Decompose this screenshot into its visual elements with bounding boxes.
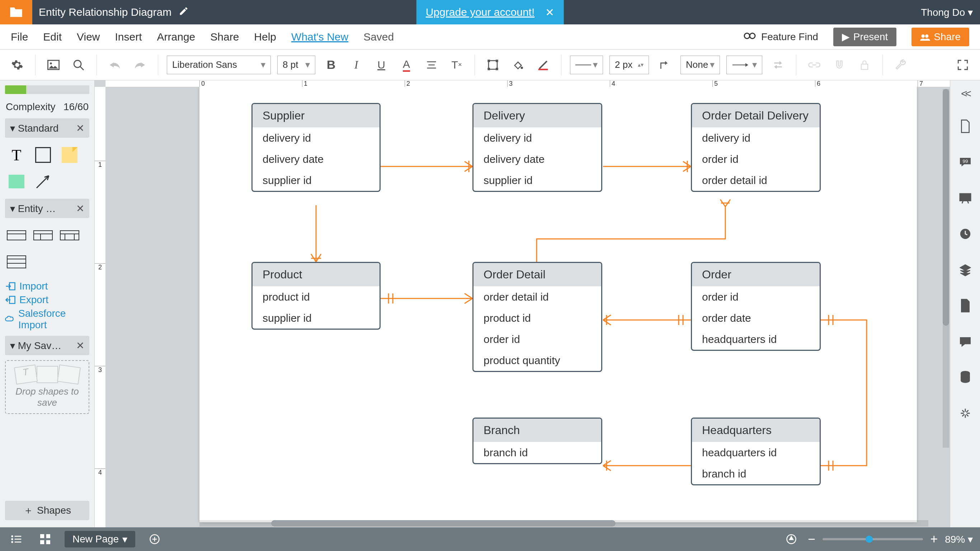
add-page-icon[interactable] [145,530,164,548]
shape-note[interactable] [60,145,80,165]
page-select[interactable]: New Page ▾ [65,531,135,548]
menu-insert[interactable]: Insert [115,31,142,43]
zoom-in-icon[interactable]: + [930,532,938,547]
zoom-out-icon[interactable]: − [808,532,815,547]
font-size-select[interactable]: 8 pt▾ [277,56,315,74]
upgrade-close-icon[interactable]: ✕ [545,6,554,19]
comment-icon[interactable]: 99 [956,153,975,172]
page-icon[interactable] [956,117,975,135]
collapse-dock-icon[interactable]: << [961,88,969,100]
present-button[interactable]: ▶ Present [833,28,897,46]
sparkle-icon[interactable] [956,404,975,423]
grid-icon[interactable] [36,530,54,548]
menu-file[interactable]: File [11,31,28,43]
italic-icon[interactable]: I [347,56,366,74]
fullscreen-icon[interactable] [953,56,972,74]
shape-fill-rect[interactable] [6,172,27,191]
undo-icon[interactable] [105,56,124,74]
export-link[interactable]: Export [5,294,89,306]
standard-shapes: T [5,143,89,194]
rename-icon[interactable] [179,6,189,19]
user-menu[interactable]: Thong Do ▾ [921,6,973,18]
menu-edit[interactable]: Edit [43,31,62,43]
line-color-icon[interactable] [534,56,552,74]
shape-text[interactable]: T [6,145,27,165]
outline-icon[interactable] [7,530,26,548]
menu-arrange[interactable]: Arrange [157,31,196,43]
zoom-slider[interactable] [822,538,923,540]
start-cap-select[interactable]: None▾ [681,56,720,74]
shape-outline-icon[interactable] [484,56,502,74]
group-header-standard[interactable]: ▾ Standard ✕ [5,118,89,138]
line-style-select[interactable]: ▾ [570,56,603,74]
diagram-page[interactable]: Supplier delivery id delivery date suppl… [199,87,917,522]
shape-arrow[interactable] [33,172,53,191]
line-width-select[interactable]: 2 px▴▾ [609,56,649,74]
group-header-entity[interactable]: ▾ Entity … ✕ [5,199,89,218]
shapes-button[interactable]: ＋ Shapes [5,501,89,520]
saved-dropzone[interactable]: T Drop shapes to save [5,360,89,414]
svg-point-1 [750,33,755,38]
text-color-icon[interactable]: A [397,56,416,74]
link-icon[interactable] [805,56,824,74]
master-page-icon[interactable] [956,296,975,315]
history-icon[interactable] [956,225,975,243]
shape-er2[interactable] [33,225,53,245]
clear-format-icon[interactable]: T× [447,56,466,74]
zoom-controls: − + 89% ▾ [782,530,973,548]
settings-icon[interactable] [8,56,27,74]
menu-view[interactable]: View [77,31,100,43]
entity-order-detail-delivery[interactable]: Order Detail Delivery delivery id order … [691,103,821,192]
document-title[interactable]: Entity Relationship Diagram [39,6,172,18]
menu-whats-new[interactable]: What's New [291,31,348,43]
menu-help[interactable]: Help [254,31,276,43]
svg-rect-23 [7,231,26,240]
chat-icon[interactable] [956,332,975,351]
autozoom-icon[interactable] [782,530,801,548]
horizontal-scrollbar[interactable] [199,520,928,527]
image-icon[interactable] [44,56,63,74]
entity-headquarters[interactable]: Headquarters headquarters id branch id [691,417,821,485]
line-route-icon[interactable] [655,56,674,74]
presentation-icon[interactable] [956,189,975,207]
bold-icon[interactable]: B [322,56,340,74]
magnet-icon[interactable] [830,56,849,74]
search-icon[interactable] [69,56,88,74]
underline-icon[interactable]: U [372,56,391,74]
end-cap-select[interactable]: ▾ [726,56,762,74]
salesforce-link[interactable]: Salesforce Import [5,308,89,331]
fill-icon[interactable] [509,56,527,74]
font-select[interactable]: Liberation Sans▾ [167,56,271,74]
align-icon[interactable] [422,56,441,74]
feature-find[interactable]: Feature Find [743,30,818,43]
shape-er4[interactable] [6,252,27,272]
entity-order[interactable]: Order order id order date headquarters i… [691,262,821,351]
data-icon[interactable] [956,368,975,387]
redo-icon[interactable] [130,56,149,74]
entity-product[interactable]: Product product id supplier id [251,262,380,330]
lock-icon[interactable] [855,56,874,74]
zoom-value[interactable]: 89% ▾ [945,533,973,545]
canvas[interactable]: Supplier delivery id delivery date suppl… [105,87,950,527]
svg-point-6 [50,62,52,64]
close-icon[interactable]: ✕ [76,340,84,352]
close-icon[interactable]: ✕ [76,203,84,215]
vertical-scrollbar[interactable] [943,89,949,447]
folder-icon[interactable] [0,0,32,24]
entity-supplier[interactable]: Supplier delivery id delivery date suppl… [251,103,380,192]
share-button[interactable]: Share [912,28,969,46]
entity-branch[interactable]: Branch branch id [473,417,602,464]
import-link[interactable]: Import [5,280,89,292]
group-header-saved[interactable]: ▾ My Sav… ✕ [5,336,89,355]
menu-share[interactable]: Share [210,31,239,43]
wrench-icon[interactable] [891,56,910,74]
shape-rect[interactable] [33,145,53,165]
entity-delivery[interactable]: Delivery delivery id delivery date suppl… [473,103,602,192]
layers-icon[interactable] [956,260,975,279]
reverse-line-icon[interactable] [769,56,788,74]
shape-er3[interactable] [60,225,80,245]
upgrade-link[interactable]: Upgrade your account! [426,6,535,18]
close-icon[interactable]: ✕ [76,122,84,134]
entity-order-detail[interactable]: Order Detail order detail id product id … [473,262,602,372]
shape-er1[interactable] [6,225,27,245]
